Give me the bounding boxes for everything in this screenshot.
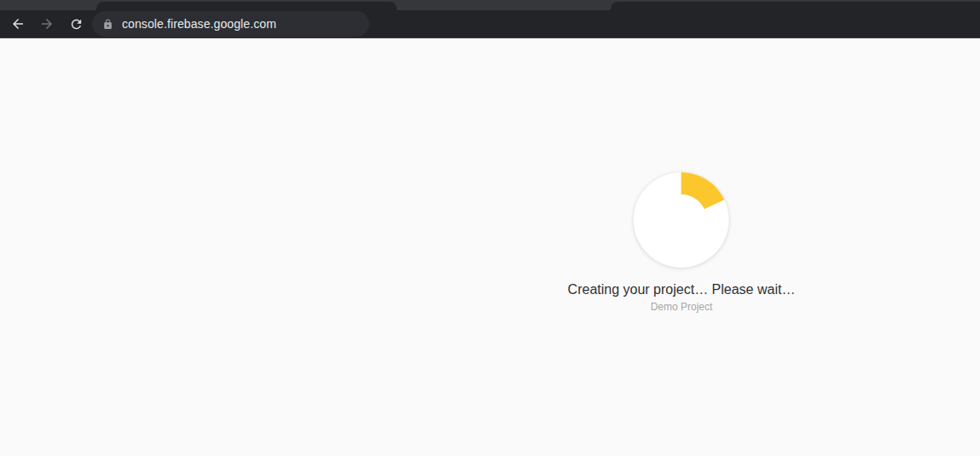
loading-message: Creating your project… Please wait… (568, 282, 796, 297)
url-bar[interactable]: console.firebase.google.com (92, 11, 369, 37)
spinner-icon (634, 172, 729, 268)
project-creation-loader: Creating your project… Please wait… Demo… (568, 172, 796, 313)
forward-button[interactable] (34, 11, 60, 37)
back-button[interactable] (5, 11, 31, 37)
padlock-icon (102, 19, 113, 30)
refresh-icon (69, 17, 84, 32)
firebase-loading-page: Creating your project… Please wait… Demo… (0, 38, 980, 456)
arrow-back-icon (10, 16, 26, 32)
reload-button[interactable] (63, 11, 89, 37)
project-name: Demo Project (651, 301, 713, 313)
arrow-forward-icon (39, 16, 55, 32)
browser-toolbar: console.firebase.google.com (0, 10, 980, 38)
browser-chrome: console.firebase.google.com (0, 0, 980, 38)
browser-tab[interactable] (611, 2, 980, 10)
tab-strip (0, 0, 980, 10)
browser-tab[interactable] (96, 2, 397, 10)
url-text: console.firebase.google.com (122, 17, 276, 31)
